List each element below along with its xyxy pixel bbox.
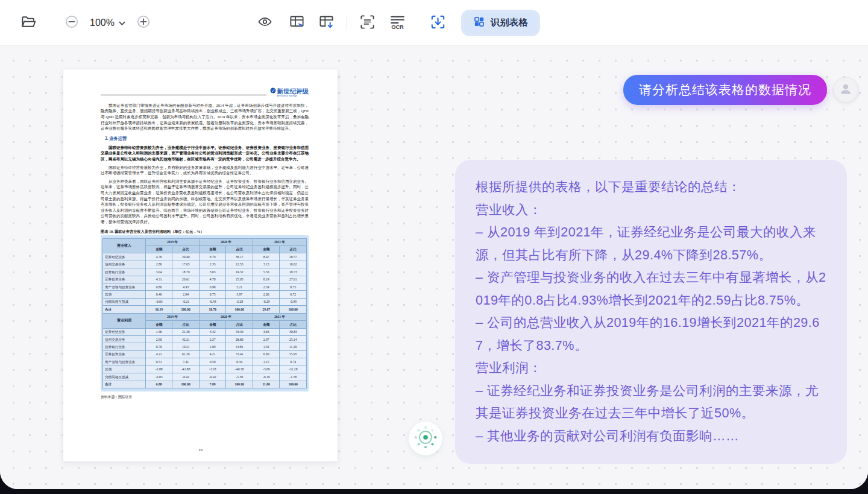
table-cell: 12.55 (226, 261, 253, 268)
eye-icon (257, 14, 273, 31)
recognize-table-icon (473, 16, 485, 30)
folder-icon (20, 14, 37, 32)
logo-name: 新世纪评级 (277, 88, 309, 95)
table-recognition-highlight[interactable]: 营业收入2019 年2020 年2021 年金额占比金额占比金额占比证券经纪业务… (101, 235, 309, 391)
table-cell: -0.43 (199, 298, 226, 305)
ocr-button[interactable]: OCR (386, 11, 409, 34)
recognize-table-label: 识别表格 (491, 17, 528, 28)
table-cell: 2020 年 (199, 313, 253, 320)
table-cell: 2019 年 (145, 238, 199, 245)
table-cell: 10.62 (280, 261, 307, 268)
table-row: 投资银行业务3.0418.793.6319.325.5618.73 (103, 268, 307, 276)
minus-circle-icon (64, 14, 79, 31)
table-download-icon (318, 14, 335, 32)
table-cell: 0.51 (145, 358, 172, 366)
doc-paragraph: 从业务种类来看，国联证券的营收和利润主要来源于证券经纪业务、证券投资业务、投资银… (101, 179, 309, 225)
table-cell: -40.36 (226, 366, 253, 373)
table-cell: 25.14 (280, 336, 307, 343)
table-cell: 43.30 (226, 328, 253, 335)
scan-frame-icon (359, 14, 376, 32)
table-cell: 53.41 (226, 350, 253, 358)
table-cell: 42.21 (172, 336, 200, 343)
table-cell: 分部间相互抵减 (103, 373, 146, 381)
table-cell: -0.29 (253, 298, 280, 305)
table-row: 证券经纪业务4.7629.406.7936.178.4728.57 (103, 253, 307, 261)
table-cell: -0.42 (172, 373, 200, 381)
user-avatar (833, 77, 858, 103)
person-icon (838, 81, 853, 98)
table-cell: 3.04 (145, 268, 172, 276)
table-cell: 2.84 (172, 291, 200, 298)
table-cell: 3.63 (199, 268, 226, 276)
table-cell: 6.72 (280, 291, 307, 298)
document-header: 新世纪评级 Brilliance Ratings (101, 87, 309, 98)
table-cell: 100.00 (226, 381, 253, 388)
zoom-in-button[interactable] (134, 12, 153, 33)
table-cell: 金额 (253, 321, 280, 328)
table-cell: 2.90 (145, 336, 172, 343)
zoom-level-dropdown[interactable]: 100% (87, 16, 128, 30)
table-cell: 1.09 (199, 343, 226, 350)
table-cell: 合计 (103, 306, 146, 313)
table-cell: 营业利润 (103, 313, 146, 328)
table-cell: 0.75 (199, 291, 226, 298)
financial-table: 营业收入2019 年2020 年2021 年金额占比金额占比金额占比证券经纪业务… (102, 238, 307, 388)
table-cell: 11.80 (253, 381, 280, 388)
table-cell: 资产管理与投资业务 (103, 283, 146, 291)
table-cell: -0.19 (253, 373, 280, 381)
table-cell: 2.35 (199, 261, 226, 268)
table-cell: 4.21 (199, 350, 226, 358)
table-cell: 证券投资业务 (103, 350, 146, 358)
table-cell: 28.80 (226, 336, 253, 343)
table-cell: 6.34 (226, 358, 253, 366)
table-cell: 100.00 (172, 306, 200, 313)
table-cell: -3.18 (199, 366, 226, 373)
table-cell: 100.00 (280, 381, 307, 388)
table-cell: 0.98 (199, 283, 226, 291)
table-row: 资产管理与投资业务0.804.930.985.212.598.75 (103, 283, 307, 291)
table-cell: 27.61 (280, 276, 307, 283)
table-cell: 4.31 (145, 276, 172, 283)
table-cell: 证券经纪业务 (103, 253, 146, 261)
app-window: 100% (0, 0, 868, 489)
table-cell: 金额 (199, 245, 226, 253)
open-file-button[interactable] (18, 11, 39, 34)
table-row: 其他0.462.840.753.972.006.72 (103, 291, 307, 298)
table-cell: 0.80 (145, 283, 172, 291)
table-cell: -1.58 (280, 373, 307, 381)
recognize-table-button[interactable]: 识别表格 (464, 12, 538, 34)
table-cell: 占比 (280, 245, 307, 253)
export-table-button[interactable] (316, 11, 337, 34)
table-cell: 19.32 (226, 268, 253, 276)
table-cell: 100.00 (172, 381, 200, 388)
zoom-out-button[interactable] (62, 12, 81, 33)
table-cell: -0.03 (145, 298, 172, 305)
zoom-level-value: 100% (90, 17, 115, 28)
table-row: 其他-2.88-41.88-3.18-40.36-3.69-31.28 (103, 366, 307, 373)
table-cell: 18.76 (199, 306, 226, 313)
user-message-bubble: 请分析总结该表格的数据情况 (623, 75, 827, 105)
download-result-button[interactable] (427, 11, 449, 35)
chevron-down-icon (119, 17, 125, 28)
company-logo: 新世纪评级 Brilliance Ratings (270, 87, 309, 98)
table-cell: 6.79 (199, 253, 226, 261)
table-cell: 18.79 (172, 268, 200, 276)
extract-table-button[interactable] (286, 11, 307, 34)
preview-button[interactable] (254, 12, 275, 33)
table-cell: -5.30 (226, 373, 253, 381)
table-cell: 1.32 (253, 343, 280, 350)
table-cell: 0.46 (145, 291, 172, 298)
table-row: 资产管理与投资业务0.517.410.506.341.159.74 (103, 358, 307, 366)
table-row: 分部间相互抵减-0.03-0.42-0.42-5.30-0.19-1.58 (103, 373, 307, 381)
document-page[interactable]: 新世纪评级 Brilliance Ratings 我国证券监管部门审慎推进证券市… (63, 69, 338, 461)
table-cell: 信用交易业务 (103, 261, 146, 268)
table-cell: -0.03 (145, 373, 172, 381)
area-ocr-button[interactable] (357, 11, 378, 34)
table-cell: 占比 (226, 321, 253, 328)
spinner-icon (413, 425, 438, 452)
document-canvas[interactable]: 新世纪评级 Brilliance Ratings 我国证券监管部门审慎推进证券市… (0, 46, 868, 489)
table-row: 证券投资业务4.2161.264.2153.416.6055.95 (103, 350, 307, 358)
table-cell: 证券经纪业务 (103, 328, 146, 335)
table-row: 合计6.88100.007.89100.0011.80100.00 (103, 381, 307, 388)
table-cell: 2.86 (145, 261, 172, 268)
